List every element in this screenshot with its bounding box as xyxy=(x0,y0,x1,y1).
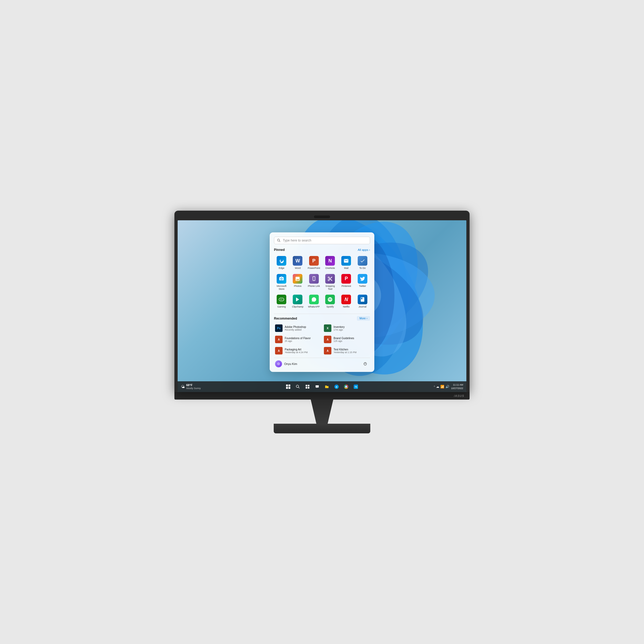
pinned-app-clipchamp[interactable]: Clipchamp xyxy=(290,293,305,310)
pinned-app-word[interactable]: WWord xyxy=(290,254,305,271)
taskbar-edge-button[interactable]: e xyxy=(332,382,341,391)
recommended-label: Recommended xyxy=(274,317,297,320)
search-placeholder: Type here to search xyxy=(283,239,311,242)
pinned-app-photos[interactable]: Photos xyxy=(290,272,305,292)
recommended-section: Recommended More › PsAdobe PhotoshopRece… xyxy=(274,316,370,356)
photos-label: Photos xyxy=(294,285,301,288)
taskbar-weather[interactable]: 🌤 68°F Mostly Sunny xyxy=(181,383,213,390)
pinned-app-snipping[interactable]: Snipping Tool xyxy=(323,272,338,292)
pinterest-icon: P xyxy=(341,274,351,284)
pinned-app-journal[interactable]: Journal xyxy=(355,293,370,310)
pinned-grid: EdgeWWordPPowerPointNOneNoteMailTo DoMic… xyxy=(274,254,370,310)
all-apps-button[interactable]: All apps › xyxy=(358,248,370,251)
photoshop-time: Recently added xyxy=(285,328,306,331)
powerpoint-icon: P xyxy=(309,256,319,266)
asus-logo: /ASUS xyxy=(454,394,464,397)
pinned-app-msstore[interactable]: Microsoft Store xyxy=(274,272,289,292)
rec-item-foundations[interactable]: AFoundations of Flavor2h ago xyxy=(274,335,321,344)
gaming-label: Gaming xyxy=(277,305,286,308)
brand-guidelines-icon: A xyxy=(324,336,331,343)
rec-item-inventory[interactable]: XInventory17m ago xyxy=(323,323,370,333)
pinned-app-edge[interactable]: Edge xyxy=(274,254,289,271)
pinned-app-twitter[interactable]: Twitter xyxy=(355,272,370,292)
photos-icon xyxy=(293,274,302,284)
pinned-app-onenote[interactable]: NOneNote xyxy=(323,254,338,271)
rec-item-test-kitchen[interactable]: ATest KitchenYesterday at 1:15 PM xyxy=(323,346,370,356)
photoshop-icon: Ps xyxy=(275,324,283,332)
taskbar-files-button[interactable] xyxy=(323,382,331,391)
pinned-app-netflix[interactable]: NNetflix xyxy=(339,293,354,310)
divider xyxy=(274,314,370,314)
rec-item-photoshop[interactable]: PsAdobe PhotoshopRecently added xyxy=(274,323,321,333)
packaging-name: Packaging Art xyxy=(285,348,308,351)
chevron-up-icon[interactable]: ^ xyxy=(434,385,435,388)
sound-icon: 🔊 xyxy=(445,385,449,389)
pinned-app-spotify[interactable]: Spotify xyxy=(323,293,338,310)
start-footer: O Onyu Kim xyxy=(274,358,370,368)
whatsapp-label: WhatsAPP xyxy=(308,305,320,308)
packaging-icon: A xyxy=(275,347,283,354)
svg-rect-25 xyxy=(306,387,307,389)
todo-label: To Do xyxy=(359,267,366,270)
mail-icon xyxy=(341,256,351,266)
netflix-icon: N xyxy=(341,295,351,304)
svg-rect-23 xyxy=(306,385,307,386)
whatsapp-icon xyxy=(309,295,319,304)
taskbar-center: e 🛍 xyxy=(284,382,360,391)
spotify-label: Spotify xyxy=(326,305,334,308)
taskbar-taskview-button[interactable] xyxy=(303,382,312,391)
pinned-app-whatsapp[interactable]: WhatsAPP xyxy=(306,293,321,310)
taskbar-chat-button[interactable] xyxy=(313,382,321,391)
svg-point-10 xyxy=(277,239,280,241)
taskbar-start-button[interactable] xyxy=(284,382,292,391)
search-bar[interactable]: Type here to search xyxy=(274,237,370,244)
rec-item-brand-guidelines[interactable]: ABrand Guidelines12h ago xyxy=(323,335,370,344)
brand-guidelines-time: 12h ago xyxy=(334,340,354,342)
powerpoint-label: PowerPoint xyxy=(308,267,320,270)
pinned-app-powerpoint[interactable]: PPowerPoint xyxy=(306,254,321,271)
system-clock[interactable]: 11:11 AM 10/27/2022 xyxy=(451,383,463,390)
pinned-app-gaming[interactable]: Gaming xyxy=(274,293,289,310)
power-icon xyxy=(363,362,367,366)
search-icon xyxy=(277,239,281,242)
monitor-stand-neck xyxy=(303,400,341,424)
gaming-icon xyxy=(277,295,286,304)
pinned-app-pinterest[interactable]: PPinterest xyxy=(339,272,354,292)
taskbar-search-button[interactable] xyxy=(294,382,302,391)
taskbar-chrome-button[interactable] xyxy=(342,382,350,391)
foundations-icon: A xyxy=(275,336,283,343)
journal-label: Journal xyxy=(358,305,367,308)
photoshop-name: Adobe Photoshop xyxy=(285,325,306,328)
weather-text: 68°F Mostly Sunny xyxy=(186,383,201,390)
twitter-label: Twitter xyxy=(359,285,366,288)
more-button[interactable]: More › xyxy=(357,316,370,321)
pinned-app-mail[interactable]: Mail xyxy=(339,254,354,271)
webcam xyxy=(314,215,330,218)
mail-label: Mail xyxy=(344,267,349,270)
system-tray-icons[interactable]: ^ ☁ 📶 🔊 xyxy=(434,385,449,389)
test-kitchen-icon: A xyxy=(324,347,331,354)
test-kitchen-name: Test Kitchen xyxy=(334,348,357,351)
power-button[interactable] xyxy=(361,360,369,368)
taskbar: 🌤 68°F Mostly Sunny xyxy=(178,381,466,392)
svg-point-21 xyxy=(296,385,299,387)
rec-header: Recommended More › xyxy=(274,316,370,321)
svg-point-18 xyxy=(283,299,283,300)
pinned-app-phonelink[interactable]: Phone Link xyxy=(306,272,321,292)
clipchamp-label: Clipchamp xyxy=(292,305,303,308)
onenote-icon: N xyxy=(325,256,335,266)
monitor-top-bar xyxy=(178,214,466,220)
netflix-label: Netflix xyxy=(343,305,350,308)
user-info[interactable]: O Onyu Kim xyxy=(275,360,297,367)
clipchamp-icon xyxy=(293,295,302,304)
rec-item-packaging[interactable]: APackaging ArtYesterday at 4:24 PM xyxy=(274,346,321,356)
pinned-app-todo[interactable]: To Do xyxy=(355,254,370,271)
svg-marker-19 xyxy=(296,298,299,302)
taskbar-store-button[interactable]: 🛍 xyxy=(352,382,360,391)
inventory-name: Inventory xyxy=(334,325,345,328)
pinned-label: Pinned xyxy=(274,248,285,252)
inventory-time: 17m ago xyxy=(334,328,345,331)
edge-icon xyxy=(277,256,286,266)
test-kitchen-time: Yesterday at 1:15 PM xyxy=(334,351,357,354)
spotify-icon xyxy=(325,295,335,304)
